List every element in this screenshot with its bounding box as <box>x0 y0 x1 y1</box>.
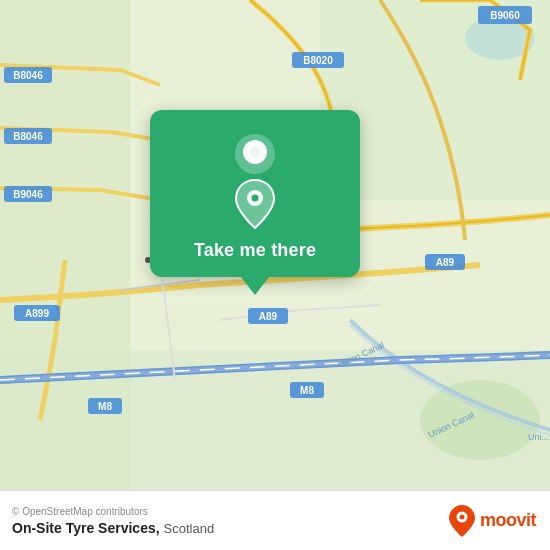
moovit-brand-text: moovit <box>480 510 536 531</box>
place-region: Scotland <box>164 521 215 536</box>
osm-attribution: © OpenStreetMap contributors <box>12 506 214 517</box>
svg-text:Uni...: Uni... <box>528 432 549 442</box>
svg-text:B8046: B8046 <box>13 131 43 142</box>
svg-text:A899: A899 <box>25 308 49 319</box>
svg-point-35 <box>252 195 259 202</box>
take-me-there-button[interactable]: Take me there <box>194 240 316 261</box>
bottom-left: © OpenStreetMap contributors On-Site Tyr… <box>12 506 214 536</box>
popup-card[interactable]: Take me there <box>150 110 360 277</box>
map-container: B9060 B8020 B8046 B8046 B9046 A89 A89 A8… <box>0 0 550 490</box>
moovit-pin-icon <box>448 504 476 538</box>
svg-text:M8: M8 <box>300 385 314 396</box>
svg-text:A89: A89 <box>436 257 455 268</box>
svg-point-37 <box>459 514 464 519</box>
location-pin-icon-2 <box>233 178 277 230</box>
place-name: On-Site Tyre Services, <box>12 520 160 536</box>
svg-text:B9060: B9060 <box>490 10 520 21</box>
moovit-logo: moovit <box>448 504 536 538</box>
svg-text:B8046: B8046 <box>13 70 43 81</box>
bottom-bar: © OpenStreetMap contributors On-Site Tyr… <box>0 490 550 550</box>
svg-text:A89: A89 <box>259 311 278 322</box>
svg-text:B9046: B9046 <box>13 189 43 200</box>
location-pin-icon <box>231 130 279 178</box>
svg-text:M8: M8 <box>98 401 112 412</box>
svg-text:B8020: B8020 <box>303 55 333 66</box>
